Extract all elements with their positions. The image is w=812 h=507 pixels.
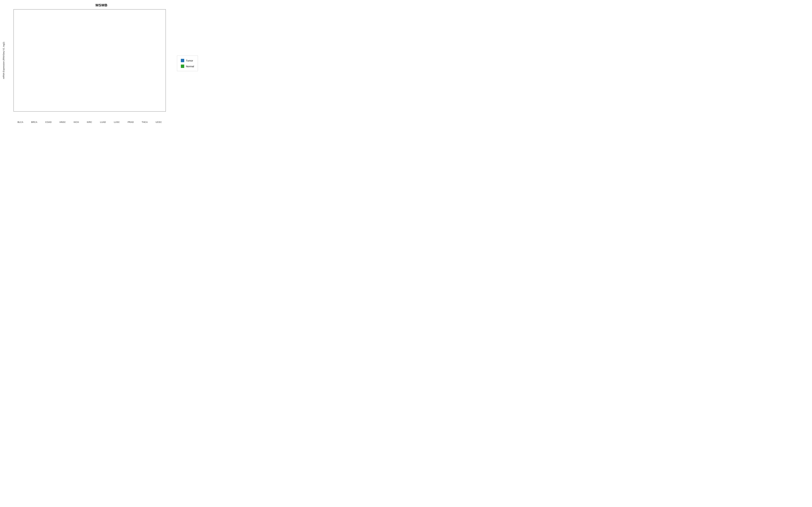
svg-rect-25: [27, 65, 27, 66]
svg-rect-298: [91, 86, 91, 86]
svg-rect-181: [64, 74, 64, 75]
legend-item-tumor: Tumor: [181, 59, 194, 62]
svg-rect-296: [90, 88, 91, 88]
svg-rect-77: [38, 69, 39, 70]
svg-rect-42: [26, 46, 26, 46]
svg-rect-282: [82, 73, 83, 74]
svg-rect-499: [130, 56, 130, 57]
svg-rect-424: [117, 51, 118, 51]
svg-rect-88: [38, 57, 39, 57]
svg-rect-62: [30, 71, 30, 71]
svg-rect-352: [104, 39, 105, 39]
svg-rect-177: [65, 79, 66, 79]
svg-rect-100: [40, 43, 40, 44]
svg-rect-152: [52, 60, 52, 60]
svg-rect-373: [108, 62, 109, 63]
svg-rect-210: [65, 41, 66, 42]
svg-rect-507: [130, 47, 130, 48]
svg-rect-336: [104, 57, 104, 58]
svg-rect-504: [130, 51, 130, 51]
svg-rect-514: [133, 15, 134, 16]
x-label-ucec: UCEC: [156, 121, 162, 123]
svg-rect-394: [107, 39, 107, 39]
svg-rect-559: [158, 77, 158, 77]
svg-rect-43: [25, 45, 25, 45]
svg-rect-101: [39, 42, 39, 42]
svg-rect-469: [121, 40, 122, 40]
svg-rect-463: [119, 47, 119, 47]
svg-rect-119: [41, 65, 41, 65]
svg-rect-428: [116, 46, 116, 46]
svg-rect-401: [118, 77, 119, 77]
svg-rect-440: [120, 73, 120, 74]
svg-rect-431: [118, 43, 119, 43]
svg-rect-512: [133, 17, 133, 18]
svg-rect-391: [107, 42, 107, 42]
svg-rect-237: [68, 39, 68, 40]
svg-rect-488: [130, 69, 130, 69]
svg-rect-320: [103, 76, 104, 76]
svg-rect-354: [105, 37, 105, 37]
svg-text:10: 10: [17, 55, 19, 57]
svg-rect-410: [118, 67, 118, 67]
svg-rect-506: [131, 49, 131, 49]
svg-rect-330: [104, 64, 105, 65]
svg-rect-225: [69, 53, 69, 53]
svg-rect-72: [28, 59, 28, 59]
svg-rect-134: [53, 81, 53, 82]
svg-rect-335: [105, 58, 105, 59]
svg-rect-209: [66, 43, 67, 43]
svg-rect-516: [134, 13, 134, 13]
svg-rect-253: [79, 98, 79, 99]
svg-rect-183: [65, 72, 65, 72]
svg-rect-130: [52, 86, 52, 87]
svg-rect-118: [42, 66, 42, 66]
svg-rect-211: [64, 40, 65, 40]
svg-rect-522: [144, 88, 144, 88]
svg-rect-138: [52, 77, 52, 77]
svg-rect-443: [120, 70, 120, 70]
x-label-thca: THCA: [142, 121, 148, 123]
svg-rect-89: [40, 56, 40, 56]
svg-rect-461: [121, 49, 121, 50]
svg-rect-515: [132, 14, 133, 14]
svg-rect-430: [117, 44, 117, 44]
svg-rect-446: [120, 66, 120, 67]
svg-rect-230: [67, 48, 67, 48]
svg-rect-81: [40, 65, 40, 65]
svg-rect-234: [68, 43, 69, 43]
svg-rect-343: [105, 49, 105, 50]
svg-rect-120: [42, 64, 43, 64]
svg-rect-29: [25, 61, 26, 61]
svg-rect-490: [130, 67, 131, 67]
svg-rect-59: [30, 74, 30, 75]
svg-rect-417: [116, 59, 116, 59]
svg-rect-484: [131, 74, 131, 74]
svg-rect-418: [118, 57, 118, 58]
svg-rect-438: [119, 76, 120, 76]
svg-rect-412: [118, 64, 119, 65]
svg-rect-221: [68, 58, 68, 58]
svg-rect-276: [80, 80, 80, 81]
svg-rect-521: [145, 89, 145, 89]
svg-rect-495: [131, 61, 131, 61]
svg-rect-545: [147, 84, 147, 85]
svg-rect-425: [116, 49, 117, 50]
svg-rect-36: [27, 53, 27, 53]
svg-rect-327: [104, 68, 105, 68]
svg-rect-334: [106, 60, 106, 60]
svg-rect-98: [39, 45, 40, 46]
svg-rect-49: [27, 38, 28, 38]
svg-rect-454: [120, 57, 120, 58]
svg-rect-519: [144, 91, 145, 92]
svg-rect-333: [104, 61, 104, 61]
svg-rect-455: [119, 56, 119, 56]
legend-label-tumor: Tumor: [186, 59, 193, 62]
svg-rect-74: [29, 57, 29, 57]
svg-rect-379: [108, 56, 108, 56]
svg-rect-464: [121, 46, 121, 46]
normal-color-box: [181, 65, 184, 68]
svg-rect-182: [66, 73, 66, 74]
svg-rect-219: [67, 60, 67, 60]
svg-rect-573: [160, 84, 160, 85]
